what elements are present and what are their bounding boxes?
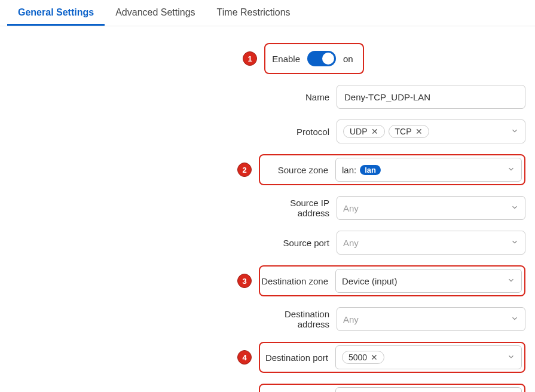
source-zone-select[interactable]: lan: lan xyxy=(335,158,522,182)
destination-zone-value: Device (input) xyxy=(342,276,398,286)
source-port-placeholder: Any xyxy=(343,238,359,248)
source-zone-label: Source zone xyxy=(260,165,335,175)
protocol-select[interactable]: UDP ✕ TCP ✕ xyxy=(337,120,525,143)
destination-port-chip[interactable]: 5000 ✕ xyxy=(342,351,384,364)
annotation-marker-2: 2 xyxy=(237,163,252,177)
tab-general-settings[interactable]: General Settings xyxy=(7,0,105,26)
annotation-marker-4: 4 xyxy=(237,350,252,365)
chevron-down-icon xyxy=(510,203,519,213)
source-port-label: Source port xyxy=(258,231,337,255)
destination-zone-label: Destination zone xyxy=(260,276,335,286)
tabs-bar: General Settings Advanced Settings Time … xyxy=(0,0,535,26)
source-ip-placeholder: Any xyxy=(343,203,359,213)
destination-address-placeholder: Any xyxy=(343,314,359,324)
annotation-marker-1: 1 xyxy=(243,51,257,66)
chevron-down-icon xyxy=(507,276,515,286)
chip-label: 5000 xyxy=(348,353,367,362)
chevron-down-icon xyxy=(510,127,519,137)
source-ip-label: Source IP address xyxy=(258,196,337,220)
destination-address-select[interactable]: Any xyxy=(337,307,525,331)
chevron-down-icon xyxy=(510,238,519,248)
name-label: Name xyxy=(258,85,337,109)
tab-advanced-settings[interactable]: Advanced Settings xyxy=(105,0,206,26)
source-port-select[interactable]: Any xyxy=(337,231,525,255)
enable-toggle[interactable] xyxy=(307,51,336,66)
destination-zone-select[interactable]: Device (input) xyxy=(335,269,522,293)
tab-time-restrictions[interactable]: Time Restrictions xyxy=(206,0,301,26)
enable-state-text: on xyxy=(343,54,353,64)
close-icon[interactable]: ✕ xyxy=(371,353,378,362)
chip-label: TCP xyxy=(395,127,412,136)
destination-port-select[interactable]: 5000 ✕ xyxy=(335,345,522,369)
chevron-down-icon xyxy=(510,314,519,324)
protocol-chip-tcp[interactable]: TCP ✕ xyxy=(389,125,429,138)
chip-label: UDP xyxy=(350,127,368,136)
enable-label: Enable xyxy=(265,54,307,64)
name-input[interactable] xyxy=(337,85,525,109)
form-general-settings: 1 Enable on Name Protocol U xyxy=(0,26,535,392)
source-zone-pill: lan xyxy=(360,165,381,175)
close-icon[interactable]: ✕ xyxy=(415,127,423,136)
chevron-down-icon xyxy=(507,353,515,363)
destination-address-label: Destination address xyxy=(258,307,337,331)
annotation-marker-3: 3 xyxy=(237,274,252,288)
protocol-chip-udp[interactable]: UDP ✕ xyxy=(343,125,385,138)
protocol-label: Protocol xyxy=(258,120,337,143)
source-ip-select[interactable]: Any xyxy=(337,196,525,220)
chevron-down-icon xyxy=(507,165,515,175)
action-select[interactable]: Drop xyxy=(335,387,522,392)
source-zone-prefix: lan: xyxy=(342,165,356,175)
close-icon[interactable]: ✕ xyxy=(371,127,378,136)
destination-port-label: Destination port xyxy=(260,353,335,363)
